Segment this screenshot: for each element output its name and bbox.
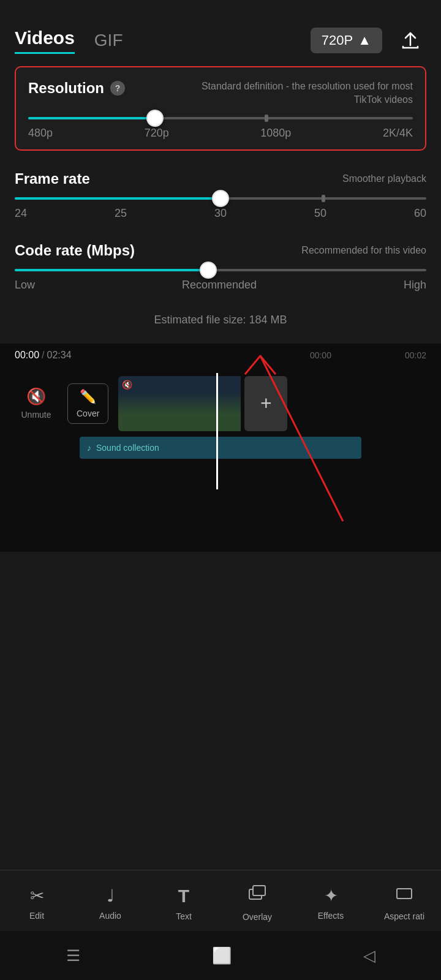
- toolbar-overlay[interactable]: Overlay: [233, 884, 282, 922]
- text-label: Text: [176, 911, 192, 921]
- unmute-label: Unmute: [21, 410, 51, 420]
- nav-bar: ☰ ⬜ ◁: [0, 931, 441, 980]
- resolution-slider[interactable]: [28, 117, 413, 119]
- sound-icon: ♪: [87, 443, 91, 453]
- effects-label: Effects: [318, 911, 344, 921]
- svg-rect-2: [253, 886, 265, 895]
- sound-label: Sound collection: [96, 443, 159, 453]
- toolbar-effects[interactable]: ✦ Effects: [306, 886, 355, 921]
- sound-row: ♪ Sound collection: [0, 434, 441, 461]
- res-label-1080: 1080p: [260, 127, 291, 140]
- frame-rate-title: Frame rate: [15, 170, 90, 187]
- svg-rect-3: [397, 889, 412, 899]
- edit-icon: ✂: [30, 886, 44, 906]
- code-rate-slider[interactable]: [15, 269, 426, 271]
- resolution-label: Resolution: [28, 80, 104, 97]
- video-mute-icon: 🔇: [122, 380, 132, 390]
- resolution-track: [28, 117, 413, 119]
- frame-rate-hint: Smoother playback: [342, 173, 426, 184]
- toolbar-text[interactable]: T Text: [159, 886, 208, 921]
- toolbar-audio[interactable]: ♩ Audio: [86, 886, 135, 921]
- time-current: 00:00: [15, 350, 39, 361]
- res-label-720: 720p: [145, 127, 169, 140]
- export-button[interactable]: [394, 24, 426, 56]
- code-rate-track: [15, 269, 426, 271]
- code-rate-labels: Low Recommended High: [15, 279, 426, 292]
- video-track-row: 🔇 Unmute ✏️ Cover 🔇 +: [0, 373, 441, 434]
- resolution-thumb[interactable]: [146, 110, 164, 127]
- fr-label-24: 24: [15, 207, 27, 220]
- resolution-header: Resolution ? Standard definition - the r…: [28, 80, 413, 107]
- nav-menu-icon[interactable]: ☰: [66, 946, 80, 965]
- audio-icon: ♩: [107, 886, 115, 906]
- aspect-ratio-icon: [396, 885, 413, 907]
- fr-label-60: 60: [414, 207, 426, 220]
- video-strip[interactable]: 🔇 +: [118, 376, 426, 431]
- toolbar-aspect-ratio[interactable]: Aspect rati: [380, 885, 429, 921]
- frame-rate-labels: 24 25 30 50 60: [15, 207, 426, 220]
- text-icon: T: [178, 886, 189, 907]
- cr-label-recommended: Recommended: [182, 279, 257, 292]
- cover-icon: ✏️: [80, 389, 96, 405]
- frame-rate-track: [15, 197, 426, 200]
- add-clip-icon: +: [260, 392, 272, 415]
- sound-collection-bar[interactable]: ♪ Sound collection: [80, 437, 361, 459]
- tab-gif[interactable]: GIF: [94, 31, 123, 50]
- timeline-area: 00:00 / 02:34 00:00 00:02 🔇 Unmute ✏️ Co…: [0, 344, 441, 552]
- frame-rate-header: Frame rate Smoother playback: [15, 170, 426, 187]
- aspect-ratio-label: Aspect rati: [384, 911, 424, 921]
- header: Videos GIF 720P ▲: [0, 0, 441, 66]
- fr-label-50: 50: [314, 207, 326, 220]
- fr-label-25: 25: [115, 207, 127, 220]
- overlay-label: Overlay: [243, 912, 272, 922]
- resolution-dot: [265, 115, 268, 122]
- cover-label: Cover: [77, 409, 99, 418]
- code-rate-thumb[interactable]: [200, 262, 217, 279]
- code-rate-hint: Recommended for this video: [301, 245, 426, 256]
- cr-label-high: High: [404, 279, 426, 292]
- audio-label: Audio: [99, 911, 121, 921]
- res-label-2k4k: 2K/4K: [383, 127, 413, 140]
- timeline-marker-2: 00:02: [405, 350, 426, 360]
- edit-label: Edit: [29, 911, 44, 921]
- add-clip-button[interactable]: +: [244, 376, 287, 431]
- resolution-badge-arrow-icon: ▲: [358, 32, 371, 48]
- timeline-marker-1: 00:00: [310, 350, 331, 360]
- effects-icon: ✦: [324, 886, 338, 906]
- resolution-title-group: Resolution ?: [28, 80, 125, 97]
- timeline-time-bar: 00:00 / 02:34 00:00 00:02: [0, 344, 441, 367]
- nav-home-icon[interactable]: ⬜: [212, 946, 232, 965]
- playhead: [216, 373, 218, 489]
- frame-rate-thumb[interactable]: [212, 190, 229, 207]
- frame-rate-fill: [15, 197, 221, 200]
- cr-label-low: Low: [15, 279, 35, 292]
- unmute-button[interactable]: 🔇 Unmute: [15, 387, 58, 420]
- nav-back-icon[interactable]: ◁: [363, 946, 375, 965]
- resolution-section: Resolution ? Standard definition - the r…: [15, 66, 426, 151]
- resolution-badge-label: 720P: [322, 32, 353, 48]
- code-rate-header: Code rate (Mbps) Recommended for this vi…: [15, 242, 426, 259]
- code-rate-section: Code rate (Mbps) Recommended for this vi…: [15, 242, 426, 292]
- resolution-badge-button[interactable]: 720P ▲: [311, 28, 382, 53]
- tab-videos[interactable]: Videos: [15, 28, 75, 54]
- resolution-labels: 480p 720p 1080p 2K/4K: [28, 127, 413, 140]
- timeline-tracks: 🔇 Unmute ✏️ Cover 🔇 + ♪ Sound collec: [0, 373, 441, 489]
- resolution-fill: [28, 117, 155, 119]
- resolution-description: Standard definition - the resolution use…: [192, 80, 413, 107]
- cover-button[interactable]: ✏️ Cover: [67, 383, 108, 424]
- overlay-icon: [248, 884, 266, 907]
- video-thumbnail-2: [179, 376, 241, 431]
- code-rate-title: Code rate (Mbps): [15, 242, 135, 259]
- frame-rate-slider[interactable]: [15, 197, 426, 200]
- unmute-icon: 🔇: [26, 387, 46, 406]
- frame-rate-dot: [322, 195, 325, 202]
- res-label-480: 480p: [28, 127, 53, 140]
- estimated-size: Estimated file size: 184 MB: [15, 306, 426, 344]
- main-content: Resolution ? Standard definition - the r…: [0, 66, 441, 344]
- frame-rate-section: Frame rate Smoother playback 24 25 30 50…: [15, 170, 426, 220]
- toolbar-edit[interactable]: ✂ Edit: [12, 886, 61, 921]
- code-rate-fill: [15, 269, 208, 271]
- time-total: 02:34: [47, 350, 72, 361]
- resolution-help-icon[interactable]: ?: [110, 81, 125, 96]
- bottom-toolbar: ✂ Edit ♩ Audio T Text Overlay ✦ Effects …: [0, 870, 441, 931]
